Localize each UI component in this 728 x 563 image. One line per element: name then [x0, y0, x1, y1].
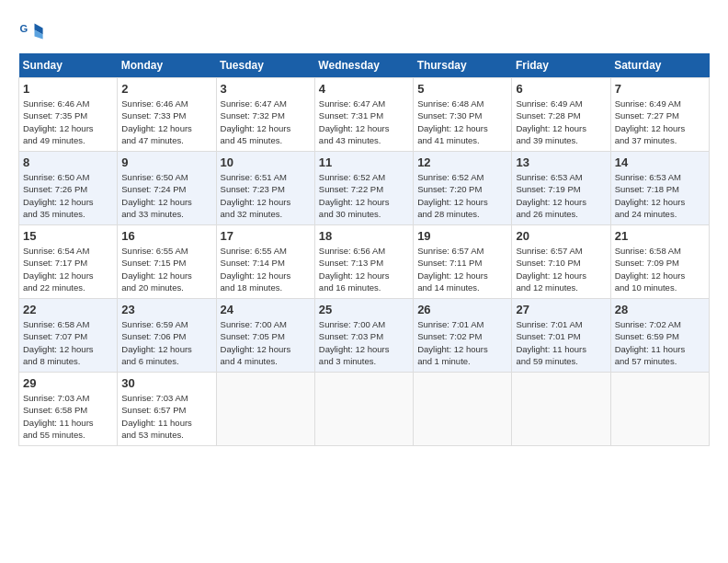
day-info: Sunrise: 6:57 AM Sunset: 7:10 PM Dayligh…: [516, 245, 606, 293]
day-cell-9: 9Sunrise: 6:50 AM Sunset: 7:24 PM Daylig…: [118, 152, 216, 225]
day-info: Sunrise: 7:02 AM Sunset: 6:59 PM Dayligh…: [615, 318, 705, 367]
day-number: 14: [615, 155, 705, 169]
day-info: Sunrise: 6:51 AM Sunset: 7:23 PM Dayligh…: [221, 171, 311, 220]
day-cell-2: 2Sunrise: 6:46 AM Sunset: 7:33 PM Daylig…: [118, 78, 216, 152]
day-info: Sunrise: 6:58 AM Sunset: 7:07 PM Dayligh…: [23, 318, 113, 367]
day-info: Sunrise: 7:03 AM Sunset: 6:57 PM Dayligh…: [121, 392, 211, 441]
day-number: 23: [121, 303, 211, 316]
day-number: 15: [23, 229, 113, 243]
week-row-5: 29Sunrise: 7:03 AM Sunset: 6:58 PM Dayli…: [19, 373, 710, 446]
day-cell-22: 22Sunrise: 6:58 AM Sunset: 7:07 PM Dayli…: [19, 299, 118, 373]
weekday-header-saturday: Saturday: [610, 53, 709, 78]
weekday-header-tuesday: Tuesday: [216, 53, 314, 78]
day-info: Sunrise: 7:01 AM Sunset: 7:02 PM Dayligh…: [417, 318, 507, 367]
day-info: Sunrise: 6:49 AM Sunset: 7:27 PM Dayligh…: [615, 98, 705, 146]
weekday-header-wednesday: Wednesday: [314, 53, 413, 78]
day-number: 10: [221, 155, 311, 169]
week-row-3: 15Sunrise: 6:54 AM Sunset: 7:17 PM Dayli…: [19, 225, 710, 299]
day-cell-29: 29Sunrise: 7:03 AM Sunset: 6:58 PM Dayli…: [19, 373, 118, 446]
weekday-header-thursday: Thursday: [414, 53, 512, 78]
weekday-header-monday: Monday: [118, 53, 216, 78]
day-cell-7: 7Sunrise: 6:49 AM Sunset: 7:27 PM Daylig…: [610, 78, 709, 152]
day-cell-25: 25Sunrise: 7:00 AM Sunset: 7:03 PM Dayli…: [314, 299, 413, 373]
day-cell-10: 10Sunrise: 6:51 AM Sunset: 7:23 PM Dayli…: [216, 152, 314, 225]
day-cell-8: 8Sunrise: 6:50 AM Sunset: 7:26 PM Daylig…: [19, 152, 118, 225]
day-cell-12: 12Sunrise: 6:52 AM Sunset: 7:20 PM Dayli…: [414, 152, 512, 225]
day-number: 29: [23, 376, 113, 390]
week-row-4: 22Sunrise: 6:58 AM Sunset: 7:07 PM Dayli…: [19, 299, 710, 373]
day-number: 19: [417, 229, 507, 243]
weekday-header-friday: Friday: [512, 53, 610, 78]
day-cell-30: 30Sunrise: 7:03 AM Sunset: 6:57 PM Dayli…: [118, 373, 216, 446]
weekday-header-row: SundayMondayTuesdayWednesdayThursdayFrid…: [19, 53, 710, 78]
day-number: 7: [615, 82, 705, 96]
day-number: 25: [319, 303, 409, 316]
day-info: Sunrise: 6:52 AM Sunset: 7:20 PM Dayligh…: [417, 171, 507, 220]
day-info: Sunrise: 6:48 AM Sunset: 7:30 PM Dayligh…: [417, 98, 507, 146]
day-number: 24: [221, 303, 311, 316]
day-number: 4: [319, 82, 409, 96]
day-info: Sunrise: 6:47 AM Sunset: 7:32 PM Dayligh…: [221, 98, 311, 146]
day-number: 3: [221, 82, 311, 96]
day-number: 27: [516, 303, 606, 316]
day-cell-1: 1Sunrise: 6:46 AM Sunset: 7:35 PM Daylig…: [19, 78, 118, 152]
day-cell-27: 27Sunrise: 7:01 AM Sunset: 7:01 PM Dayli…: [512, 299, 610, 373]
day-number: 5: [417, 82, 507, 96]
day-info: Sunrise: 6:53 AM Sunset: 7:18 PM Dayligh…: [615, 171, 705, 220]
day-info: Sunrise: 6:46 AM Sunset: 7:35 PM Dayligh…: [23, 98, 113, 146]
day-info: Sunrise: 6:57 AM Sunset: 7:11 PM Dayligh…: [417, 245, 507, 293]
day-number: 18: [319, 229, 409, 243]
day-number: 30: [121, 376, 211, 390]
day-info: Sunrise: 7:01 AM Sunset: 7:01 PM Dayligh…: [516, 318, 606, 367]
day-cell-21: 21Sunrise: 6:58 AM Sunset: 7:09 PM Dayli…: [610, 225, 709, 299]
day-cell-14: 14Sunrise: 6:53 AM Sunset: 7:18 PM Dayli…: [610, 152, 709, 225]
day-cell-15: 15Sunrise: 6:54 AM Sunset: 7:17 PM Dayli…: [19, 225, 118, 299]
day-cell-26: 26Sunrise: 7:01 AM Sunset: 7:02 PM Dayli…: [414, 299, 512, 373]
day-info: Sunrise: 6:50 AM Sunset: 7:24 PM Dayligh…: [121, 171, 211, 220]
day-cell-19: 19Sunrise: 6:57 AM Sunset: 7:11 PM Dayli…: [414, 225, 512, 299]
page-header: G: [18, 18, 710, 44]
day-info: Sunrise: 6:55 AM Sunset: 7:15 PM Dayligh…: [121, 245, 211, 293]
day-number: 9: [121, 155, 211, 169]
day-cell-4: 4Sunrise: 6:47 AM Sunset: 7:31 PM Daylig…: [314, 78, 413, 152]
day-cell-3: 3Sunrise: 6:47 AM Sunset: 7:32 PM Daylig…: [216, 78, 314, 152]
day-number: 11: [319, 155, 409, 169]
day-cell-18: 18Sunrise: 6:56 AM Sunset: 7:13 PM Dayli…: [314, 225, 413, 299]
weekday-header-sunday: Sunday: [19, 53, 118, 78]
day-info: Sunrise: 6:58 AM Sunset: 7:09 PM Dayligh…: [615, 245, 705, 293]
day-info: Sunrise: 7:03 AM Sunset: 6:58 PM Dayligh…: [23, 392, 113, 441]
day-number: 1: [23, 82, 113, 96]
day-cell-13: 13Sunrise: 6:53 AM Sunset: 7:19 PM Dayli…: [512, 152, 610, 225]
day-cell-11: 11Sunrise: 6:52 AM Sunset: 7:22 PM Dayli…: [314, 152, 413, 225]
day-number: 22: [23, 303, 113, 316]
day-number: 13: [516, 155, 606, 169]
day-info: Sunrise: 6:59 AM Sunset: 7:06 PM Dayligh…: [121, 318, 211, 367]
week-row-2: 8Sunrise: 6:50 AM Sunset: 7:26 PM Daylig…: [19, 152, 710, 225]
day-number: 21: [615, 229, 705, 243]
day-number: 2: [121, 82, 211, 96]
day-number: 17: [221, 229, 311, 243]
day-info: Sunrise: 6:46 AM Sunset: 7:33 PM Dayligh…: [121, 98, 211, 146]
day-info: Sunrise: 6:56 AM Sunset: 7:13 PM Dayligh…: [319, 245, 409, 293]
empty-cell: [610, 373, 709, 446]
day-number: 20: [516, 229, 606, 243]
day-cell-24: 24Sunrise: 7:00 AM Sunset: 7:05 PM Dayli…: [216, 299, 314, 373]
day-cell-17: 17Sunrise: 6:55 AM Sunset: 7:14 PM Dayli…: [216, 225, 314, 299]
day-number: 28: [615, 303, 705, 316]
empty-cell: [216, 373, 314, 446]
day-info: Sunrise: 6:49 AM Sunset: 7:28 PM Dayligh…: [516, 98, 606, 146]
logo: G: [18, 18, 48, 44]
empty-cell: [512, 373, 610, 446]
day-cell-20: 20Sunrise: 6:57 AM Sunset: 7:10 PM Dayli…: [512, 225, 610, 299]
day-number: 16: [121, 229, 211, 243]
day-info: Sunrise: 6:53 AM Sunset: 7:19 PM Dayligh…: [516, 171, 606, 220]
day-number: 6: [516, 82, 606, 96]
empty-cell: [314, 373, 413, 446]
day-info: Sunrise: 7:00 AM Sunset: 7:03 PM Dayligh…: [319, 318, 409, 367]
day-info: Sunrise: 6:54 AM Sunset: 7:17 PM Dayligh…: [23, 245, 113, 293]
day-cell-28: 28Sunrise: 7:02 AM Sunset: 6:59 PM Dayli…: [610, 299, 709, 373]
day-cell-23: 23Sunrise: 6:59 AM Sunset: 7:06 PM Dayli…: [118, 299, 216, 373]
day-number: 8: [23, 155, 113, 169]
day-number: 12: [417, 155, 507, 169]
svg-text:G: G: [19, 23, 28, 34]
